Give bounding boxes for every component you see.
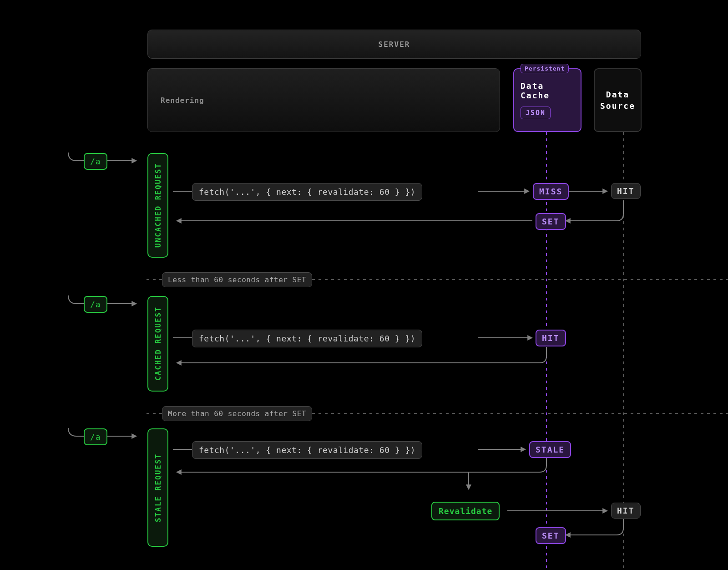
persistent-badge: Persistent <box>521 64 569 73</box>
data-source-box: Data Source <box>594 68 642 132</box>
note-less60: Less than 60 seconds after SET <box>162 272 312 287</box>
data-cache-title: Data Cache <box>521 81 574 100</box>
route-pill-2: /a <box>84 296 107 313</box>
json-pill: JSON <box>521 107 551 119</box>
route-pill-1: /a <box>84 153 107 170</box>
data-source-l1: Data <box>606 89 629 100</box>
fetch-code-2: fetch('...', { next: { revalidate: 60 } … <box>192 330 422 347</box>
source-hit-pill-2: HIT <box>611 503 641 519</box>
fetch-code-1: fetch('...', { next: { revalidate: 60 } … <box>192 183 422 201</box>
vlabel-stale: STALE REQUEST <box>147 428 168 547</box>
route-pill-3: /a <box>84 428 107 445</box>
fetch-code-3: fetch('...', { next: { revalidate: 60 } … <box>192 441 422 459</box>
note-more60: More than 60 seconds after SET <box>162 406 312 421</box>
source-hit-pill-1: HIT <box>611 183 641 199</box>
cache-set-pill-2: SET <box>536 527 566 544</box>
revalidate-pill: Revalidate <box>431 502 500 520</box>
vlabel-cached: CACHED REQUEST <box>147 296 168 392</box>
rendering-panel: Rendering <box>147 68 500 132</box>
data-cache-box: Persistent Data Cache JSON <box>513 68 581 132</box>
cache-set-pill-1: SET <box>536 213 566 230</box>
cache-stale-pill: STALE <box>529 441 571 458</box>
server-header: SERVER <box>147 30 641 59</box>
vlabel-uncached: UNCACHED REQUEST <box>147 153 168 258</box>
cache-hit-pill: HIT <box>536 330 566 346</box>
cache-miss-pill: MISS <box>533 183 569 200</box>
rendering-label: Rendering <box>161 96 204 105</box>
data-source-l2: Source <box>600 100 635 112</box>
